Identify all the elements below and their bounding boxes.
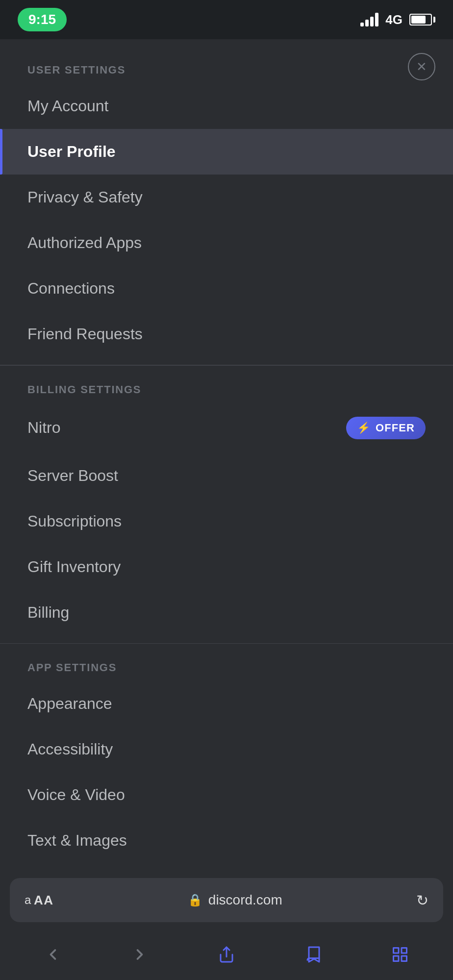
svg-rect-4 xyxy=(393,956,399,961)
user-settings-header: USER SETTINGS xyxy=(0,54,453,83)
sidebar-item-label: Accessibility xyxy=(27,740,113,758)
divider-1 xyxy=(0,365,453,366)
sidebar-item-appearance[interactable]: Appearance xyxy=(0,681,453,727)
sidebar-item-subscriptions[interactable]: Subscriptions xyxy=(0,499,453,544)
close-button[interactable]: ✕ xyxy=(408,53,435,80)
nitro-icon: ⚡ xyxy=(357,422,371,434)
reload-button[interactable]: ↻ xyxy=(416,892,428,909)
sidebar-item-privacy-safety[interactable]: Privacy & Safety xyxy=(0,175,453,220)
sidebar-item-label: Gift Inventory xyxy=(27,558,121,576)
tabs-button[interactable] xyxy=(380,946,420,963)
sidebar-item-voice-video[interactable]: Voice & Video xyxy=(0,772,453,818)
back-button[interactable] xyxy=(33,946,73,963)
sidebar-item-label: Friend Requests xyxy=(27,325,143,343)
sidebar-item-label: Nitro xyxy=(27,419,61,437)
share-button[interactable] xyxy=(207,946,246,963)
sidebar-item-accessibility[interactable]: Accessibility xyxy=(0,727,453,772)
network-label: 4G xyxy=(385,12,403,27)
small-a: a xyxy=(25,893,32,907)
sidebar-item-label: Connections xyxy=(27,279,115,298)
signal-icon xyxy=(360,13,378,26)
sidebar-item-gift-inventory[interactable]: Gift Inventory xyxy=(0,544,453,590)
sidebar-item-label: Subscriptions xyxy=(27,512,122,530)
sidebar-item-my-account[interactable]: My Account xyxy=(0,83,453,129)
large-a: AA xyxy=(34,893,54,908)
sidebar-item-connections[interactable]: Connections xyxy=(0,266,453,311)
sidebar-item-label: Billing xyxy=(27,603,69,622)
billing-settings-header: BILLING SETTINGS xyxy=(0,374,453,403)
sidebar-item-text-images[interactable]: Text & Images xyxy=(0,818,453,863)
svg-rect-3 xyxy=(402,956,407,961)
sidebar-item-friend-requests[interactable]: Friend Requests xyxy=(0,311,453,357)
svg-rect-2 xyxy=(402,948,407,954)
svg-rect-1 xyxy=(393,948,399,954)
sidebar-item-label: Text & Images xyxy=(27,831,127,850)
app-settings-header: APP SETTINGS xyxy=(0,652,453,681)
sidebar-item-billing[interactable]: Billing xyxy=(0,590,453,635)
nav-bar xyxy=(0,930,453,980)
time-display: 9:15 xyxy=(18,8,67,31)
url-bar[interactable]: 🔒 discord.com xyxy=(188,892,282,908)
settings-content: ✕ USER SETTINGS My Account User Profile … xyxy=(0,39,453,863)
sidebar-item-authorized-apps[interactable]: Authorized Apps xyxy=(0,220,453,266)
url-display: discord.com xyxy=(208,892,282,908)
sidebar-item-label: Privacy & Safety xyxy=(27,188,143,206)
sidebar-item-label: Voice & Video xyxy=(27,786,125,804)
status-right: 4G xyxy=(360,12,435,27)
sidebar-item-label: Authorized Apps xyxy=(27,234,142,252)
divider-2 xyxy=(0,643,453,644)
nitro-offer-badge: ⚡ OFFER xyxy=(346,417,426,439)
sidebar-item-label: My Account xyxy=(27,97,108,115)
nitro-badge-label: OFFER xyxy=(376,422,415,434)
forward-button[interactable] xyxy=(120,946,159,963)
sidebar-item-label: Server Boost xyxy=(27,467,118,485)
bookmarks-button[interactable] xyxy=(294,946,333,963)
sidebar-item-nitro[interactable]: Nitro ⚡ OFFER xyxy=(0,403,453,453)
sidebar-item-label: Appearance xyxy=(27,695,112,713)
sidebar-item-user-profile[interactable]: User Profile xyxy=(0,129,453,175)
browser-bar[interactable]: a AA 🔒 discord.com ↻ xyxy=(10,878,443,922)
battery-icon xyxy=(409,14,435,25)
text-size-button[interactable]: a AA xyxy=(25,893,54,908)
status-bar: 9:15 4G xyxy=(0,0,453,39)
sidebar-item-server-boost[interactable]: Server Boost xyxy=(0,453,453,499)
lock-icon: 🔒 xyxy=(188,893,202,907)
sidebar-item-label: User Profile xyxy=(27,143,116,161)
